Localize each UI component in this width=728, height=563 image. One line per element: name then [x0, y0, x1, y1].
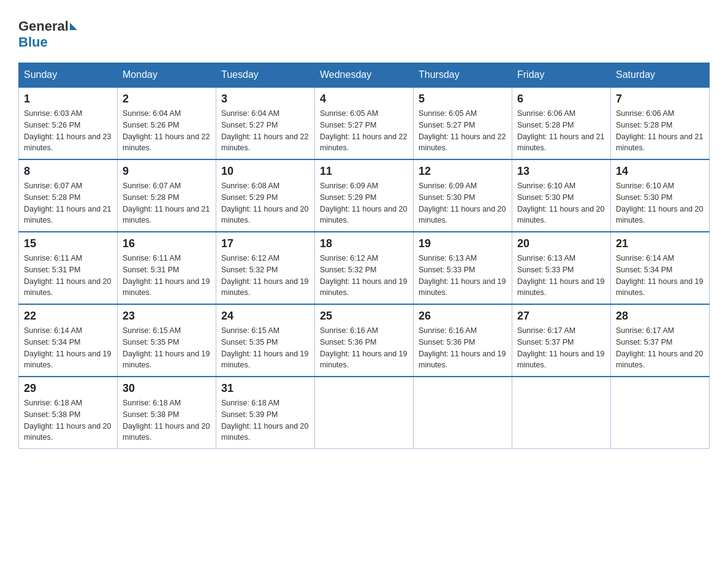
calendar-week-row: 15 Sunrise: 6:11 AMSunset: 5:31 PMDaylig…	[19, 232, 710, 304]
header-thursday: Thursday	[414, 63, 512, 88]
day-info: Sunrise: 6:12 AMSunset: 5:32 PMDaylight:…	[320, 253, 408, 299]
logo-arrow-icon	[70, 23, 77, 30]
day-number: 22	[24, 310, 112, 323]
day-info: Sunrise: 6:12 AMSunset: 5:32 PMDaylight:…	[221, 253, 309, 299]
day-info: Sunrise: 6:11 AMSunset: 5:31 PMDaylight:…	[24, 253, 112, 299]
day-number: 4	[320, 93, 408, 105]
table-row: 28 Sunrise: 6:17 AMSunset: 5:37 PMDaylig…	[611, 304, 710, 377]
day-number: 27	[517, 310, 605, 323]
day-number: 23	[123, 310, 211, 323]
day-info: Sunrise: 6:14 AMSunset: 5:34 PMDaylight:…	[616, 253, 704, 299]
logo-general-text: General	[18, 18, 69, 34]
day-info: Sunrise: 6:07 AMSunset: 5:28 PMDaylight:…	[24, 180, 112, 226]
table-row: 29 Sunrise: 6:18 AMSunset: 5:38 PMDaylig…	[19, 377, 118, 449]
table-row: 12 Sunrise: 6:09 AMSunset: 5:30 PMDaylig…	[414, 159, 512, 232]
table-row: 24 Sunrise: 6:15 AMSunset: 5:35 PMDaylig…	[216, 304, 315, 377]
table-row: 10 Sunrise: 6:08 AMSunset: 5:29 PMDaylig…	[216, 159, 315, 232]
calendar-table: Sunday Monday Tuesday Wednesday Thursday…	[18, 63, 710, 449]
table-row: 6 Sunrise: 6:06 AMSunset: 5:28 PMDayligh…	[512, 87, 611, 159]
table-row: 17 Sunrise: 6:12 AMSunset: 5:32 PMDaylig…	[216, 232, 315, 304]
day-number: 20	[517, 237, 605, 250]
day-number: 16	[123, 237, 211, 250]
day-info: Sunrise: 6:16 AMSunset: 5:36 PMDaylight:…	[419, 325, 507, 371]
day-info: Sunrise: 6:04 AMSunset: 5:27 PMDaylight:…	[221, 108, 309, 154]
header-wednesday: Wednesday	[315, 63, 414, 88]
day-number: 7	[616, 93, 704, 105]
calendar-week-row: 29 Sunrise: 6:18 AMSunset: 5:38 PMDaylig…	[19, 377, 710, 449]
day-number: 29	[24, 382, 112, 395]
day-info: Sunrise: 6:06 AMSunset: 5:28 PMDaylight:…	[517, 108, 605, 154]
header-saturday: Saturday	[611, 63, 710, 88]
day-number: 2	[123, 93, 211, 105]
table-row: 22 Sunrise: 6:14 AMSunset: 5:34 PMDaylig…	[19, 304, 118, 377]
day-number: 18	[320, 237, 408, 250]
day-number: 1	[24, 93, 112, 105]
day-number: 21	[616, 237, 704, 250]
day-info: Sunrise: 6:18 AMSunset: 5:39 PMDaylight:…	[221, 397, 309, 443]
day-info: Sunrise: 6:03 AMSunset: 5:26 PMDaylight:…	[24, 108, 112, 154]
table-row: 19 Sunrise: 6:13 AMSunset: 5:33 PMDaylig…	[414, 232, 512, 304]
day-info: Sunrise: 6:05 AMSunset: 5:27 PMDaylight:…	[320, 108, 408, 154]
table-row: 27 Sunrise: 6:17 AMSunset: 5:37 PMDaylig…	[512, 304, 611, 377]
table-row: 30 Sunrise: 6:18 AMSunset: 5:38 PMDaylig…	[118, 377, 216, 449]
table-row: 15 Sunrise: 6:11 AMSunset: 5:31 PMDaylig…	[19, 232, 118, 304]
day-info: Sunrise: 6:09 AMSunset: 5:30 PMDaylight:…	[419, 180, 507, 226]
day-number: 31	[221, 382, 309, 395]
day-info: Sunrise: 6:05 AMSunset: 5:27 PMDaylight:…	[419, 108, 507, 154]
day-number: 12	[419, 165, 507, 178]
day-info: Sunrise: 6:15 AMSunset: 5:35 PMDaylight:…	[221, 325, 309, 371]
day-number: 9	[123, 165, 211, 178]
day-number: 14	[616, 165, 704, 178]
table-row: 1 Sunrise: 6:03 AMSunset: 5:26 PMDayligh…	[19, 87, 118, 159]
day-info: Sunrise: 6:10 AMSunset: 5:30 PMDaylight:…	[517, 180, 605, 226]
page-header: General Blue	[18, 18, 710, 50]
day-info: Sunrise: 6:11 AMSunset: 5:31 PMDaylight:…	[123, 253, 211, 299]
table-row: 13 Sunrise: 6:10 AMSunset: 5:30 PMDaylig…	[512, 159, 611, 232]
table-row: 23 Sunrise: 6:15 AMSunset: 5:35 PMDaylig…	[118, 304, 216, 377]
day-info: Sunrise: 6:04 AMSunset: 5:26 PMDaylight:…	[123, 108, 211, 154]
header-tuesday: Tuesday	[216, 63, 315, 88]
day-number: 5	[419, 93, 507, 105]
day-number: 26	[419, 310, 507, 323]
day-info: Sunrise: 6:06 AMSunset: 5:28 PMDaylight:…	[616, 108, 704, 154]
table-row: 31 Sunrise: 6:18 AMSunset: 5:39 PMDaylig…	[216, 377, 315, 449]
calendar-week-row: 22 Sunrise: 6:14 AMSunset: 5:34 PMDaylig…	[19, 304, 710, 377]
table-row: 5 Sunrise: 6:05 AMSunset: 5:27 PMDayligh…	[414, 87, 512, 159]
day-info: Sunrise: 6:18 AMSunset: 5:38 PMDaylight:…	[24, 397, 112, 443]
day-number: 24	[221, 310, 309, 323]
header-sunday: Sunday	[19, 63, 118, 88]
day-number: 6	[517, 93, 605, 105]
table-row: 18 Sunrise: 6:12 AMSunset: 5:32 PMDaylig…	[315, 232, 414, 304]
day-number: 28	[616, 310, 704, 323]
logo: General Blue	[18, 18, 78, 50]
day-info: Sunrise: 6:14 AMSunset: 5:34 PMDaylight:…	[24, 325, 112, 371]
table-row: 9 Sunrise: 6:07 AMSunset: 5:28 PMDayligh…	[118, 159, 216, 232]
table-row: 3 Sunrise: 6:04 AMSunset: 5:27 PMDayligh…	[216, 87, 315, 159]
day-number: 19	[419, 237, 507, 250]
day-info: Sunrise: 6:18 AMSunset: 5:38 PMDaylight:…	[123, 397, 211, 443]
table-row: 11 Sunrise: 6:09 AMSunset: 5:29 PMDaylig…	[315, 159, 414, 232]
logo-blue-text: Blue	[18, 34, 48, 50]
day-info: Sunrise: 6:08 AMSunset: 5:29 PMDaylight:…	[221, 180, 309, 226]
day-number: 11	[320, 165, 408, 178]
header-monday: Monday	[118, 63, 216, 88]
day-info: Sunrise: 6:15 AMSunset: 5:35 PMDaylight:…	[123, 325, 211, 371]
day-number: 30	[123, 382, 211, 395]
table-row: 25 Sunrise: 6:16 AMSunset: 5:36 PMDaylig…	[315, 304, 414, 377]
table-row: 2 Sunrise: 6:04 AMSunset: 5:26 PMDayligh…	[118, 87, 216, 159]
calendar-week-row: 1 Sunrise: 6:03 AMSunset: 5:26 PMDayligh…	[19, 87, 710, 159]
table-row: 20 Sunrise: 6:13 AMSunset: 5:33 PMDaylig…	[512, 232, 611, 304]
day-info: Sunrise: 6:17 AMSunset: 5:37 PMDaylight:…	[616, 325, 704, 371]
table-row: 7 Sunrise: 6:06 AMSunset: 5:28 PMDayligh…	[611, 87, 710, 159]
table-row: 21 Sunrise: 6:14 AMSunset: 5:34 PMDaylig…	[611, 232, 710, 304]
day-info: Sunrise: 6:13 AMSunset: 5:33 PMDaylight:…	[517, 253, 605, 299]
day-info: Sunrise: 6:10 AMSunset: 5:30 PMDaylight:…	[616, 180, 704, 226]
table-row	[315, 377, 414, 449]
table-row: 14 Sunrise: 6:10 AMSunset: 5:30 PMDaylig…	[611, 159, 710, 232]
day-number: 10	[221, 165, 309, 178]
table-row: 26 Sunrise: 6:16 AMSunset: 5:36 PMDaylig…	[414, 304, 512, 377]
calendar-week-row: 8 Sunrise: 6:07 AMSunset: 5:28 PMDayligh…	[19, 159, 710, 232]
table-row	[414, 377, 512, 449]
day-info: Sunrise: 6:16 AMSunset: 5:36 PMDaylight:…	[320, 325, 408, 371]
table-row: 8 Sunrise: 6:07 AMSunset: 5:28 PMDayligh…	[19, 159, 118, 232]
